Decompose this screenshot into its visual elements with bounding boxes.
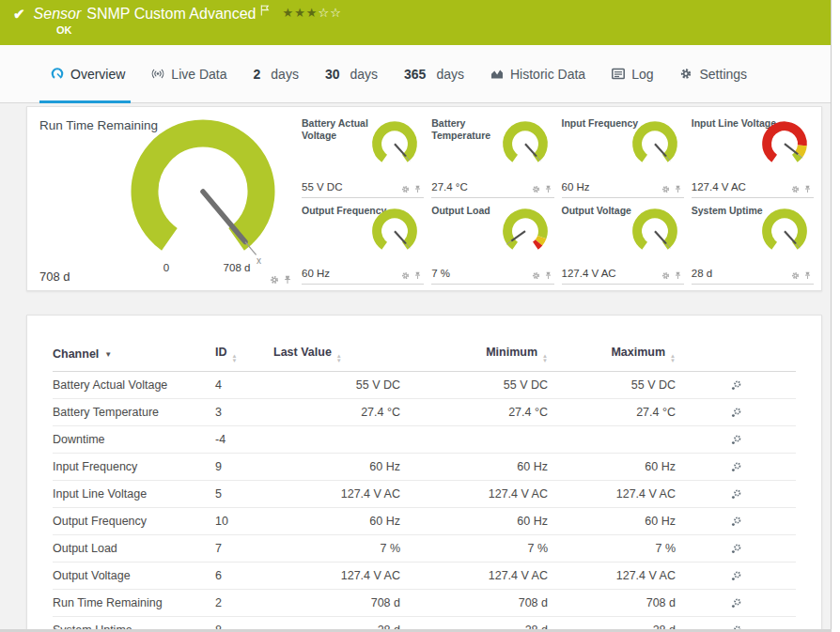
gear-icon[interactable] (270, 275, 279, 285)
tab-overview[interactable]: Overview (38, 45, 138, 102)
gauge-value: 55 V DC (302, 181, 342, 193)
id-cell: 5 (215, 481, 273, 508)
tab-bar: Overview Live Data 2 days 30 days 365 da… (0, 45, 831, 103)
edit-channel-icon[interactable] (731, 598, 741, 609)
tab-label: days (350, 67, 378, 82)
pin-icon[interactable] (283, 275, 292, 285)
tab-live-data[interactable]: Live Data (138, 45, 240, 102)
stars-empty[interactable]: ☆☆ (318, 6, 341, 20)
maximum-cell: 60 Hz (548, 508, 676, 535)
id-cell: 6 (215, 563, 273, 590)
edit-channel-icon[interactable] (731, 544, 741, 554)
channel-cell: Downtime (53, 426, 215, 454)
tab-number: 365 (404, 67, 426, 82)
maximum-cell: 127.4 V AC (548, 563, 676, 590)
page-body: Run Time Remaining x 0 708 d 708 d (0, 103, 831, 632)
pin-icon[interactable] (544, 185, 552, 193)
tab-365-days[interactable]: 365 days (391, 45, 477, 102)
pin-icon[interactable] (674, 185, 682, 193)
minimum-cell: 7 % (400, 535, 548, 563)
gauge-panel-output-frequency: Output Frequency 60 Hz (302, 202, 424, 285)
gauge-value: 708 d (39, 270, 70, 284)
gauges-panel: Run Time Remaining x 0 708 d 708 d (26, 106, 822, 291)
gear-icon[interactable] (791, 271, 800, 280)
minimum-cell: 127.4 V AC (400, 481, 548, 508)
edit-channel-icon[interactable] (731, 408, 741, 418)
edit-channel-icon[interactable] (731, 489, 741, 500)
column-header-maximum[interactable]: Maximum▲▼ (548, 341, 676, 372)
tab-label: Log (631, 67, 653, 82)
priority-star-rating[interactable]: ★★★☆☆ (283, 6, 342, 20)
pin-icon[interactable] (803, 185, 812, 193)
gauge-chart (367, 120, 422, 171)
pin-icon[interactable] (413, 271, 422, 280)
sort-icon: ▲▼ (232, 354, 238, 362)
gear-icon[interactable] (661, 271, 670, 280)
prtg-sensor-page: ✔ Sensor SNMP Custom Advanced ★★★☆☆ OK O… (0, 0, 840, 632)
tab-log[interactable]: Log (599, 45, 666, 102)
column-header-id[interactable]: ID▲▼ (215, 341, 273, 372)
column-label: Minimum (486, 346, 537, 359)
pin-icon[interactable] (544, 271, 552, 280)
edit-channel-icon[interactable] (731, 571, 741, 581)
column-header-minimum[interactable]: Minimum▲▼ (400, 341, 548, 372)
edit-channel-icon[interactable] (731, 462, 741, 472)
gauge-max-label: 708 d (224, 262, 251, 273)
status-check-icon: ✔ (13, 6, 25, 23)
last-value-cell: 127.4 V AC (273, 563, 400, 590)
last-value-cell: 27.4 °C (273, 399, 400, 426)
tab-2-days[interactable]: 2 days (241, 45, 312, 102)
status-badge: OK (56, 24, 831, 36)
channel-cell: Output Frequency (53, 508, 215, 535)
gauge-chart (628, 208, 682, 258)
gauge-chart (757, 120, 812, 171)
content-area: ✔ Sensor SNMP Custom Advanced ★★★☆☆ OK O… (0, 0, 832, 632)
tab-label: Overview (70, 67, 125, 82)
table-row: Battery Actual Voltage 4 55 V DC 55 V DC… (53, 372, 796, 399)
small-gauges-grid: Battery Actual Voltage 55 V DC (302, 107, 821, 290)
column-header-last-value[interactable]: Last Value▲▼ (273, 341, 400, 372)
tab-label: days (436, 67, 464, 82)
pin-icon[interactable] (803, 271, 812, 280)
minimum-cell: 27.4 °C (400, 399, 548, 426)
table-row: Input Line Voltage 5 127.4 V AC 127.4 V … (53, 481, 796, 508)
tab-label: Live Data (171, 67, 226, 82)
pin-icon[interactable] (674, 271, 682, 280)
stars-filled[interactable]: ★★★ (283, 6, 319, 20)
table-row: Output Load 7 7 % 7 % 7 % (53, 535, 796, 563)
edit-channel-icon[interactable] (731, 380, 741, 391)
edit-channel-icon[interactable] (731, 516, 741, 527)
sort-icon: ▲▼ (336, 354, 342, 362)
channel-cell: Output Load (53, 535, 215, 563)
gear-icon[interactable] (532, 185, 540, 193)
gear-icon[interactable] (401, 185, 410, 193)
table-header-row: Channel▼ ID▲▼ Last Value▲▼ Minimum▲▼ Max… (53, 341, 796, 372)
gauge-chart (757, 208, 812, 258)
minimum-cell (400, 426, 548, 454)
last-value-cell: 708 d (273, 590, 400, 617)
pin-icon[interactable] (413, 185, 422, 193)
gear-icon[interactable] (791, 185, 800, 193)
priority-flag-icon (260, 5, 270, 16)
tab-historic-data[interactable]: Historic Data (477, 45, 599, 102)
gauge-chart (498, 120, 552, 171)
column-label: Maximum (611, 346, 665, 359)
channel-cell: Battery Actual Voltage (53, 372, 215, 399)
maximum-cell: 127.4 V AC (548, 481, 676, 508)
id-cell: 4 (215, 372, 273, 399)
gear-icon[interactable] (532, 271, 540, 280)
gear-icon[interactable] (661, 185, 670, 193)
sensor-kind-label: Sensor (34, 6, 82, 23)
column-header-channel[interactable]: Channel▼ (53, 341, 215, 372)
tab-30-days[interactable]: 30 days (312, 45, 391, 102)
minimum-cell: 708 d (400, 590, 548, 617)
tab-settings[interactable]: Settings (666, 45, 760, 102)
maximum-cell: 7 % (548, 535, 676, 563)
table-row: Output Frequency 10 60 Hz 60 Hz 60 Hz (53, 508, 796, 535)
edit-channel-icon[interactable] (731, 435, 741, 445)
gauge-panel-input-frequency: Input Frequency 60 Hz (562, 115, 684, 198)
gear-icon[interactable] (401, 271, 410, 280)
id-cell: -4 (215, 426, 273, 454)
table-row: Run Time Remaining 2 708 d 708 d 708 d (53, 590, 796, 617)
id-cell: 9 (215, 454, 273, 481)
